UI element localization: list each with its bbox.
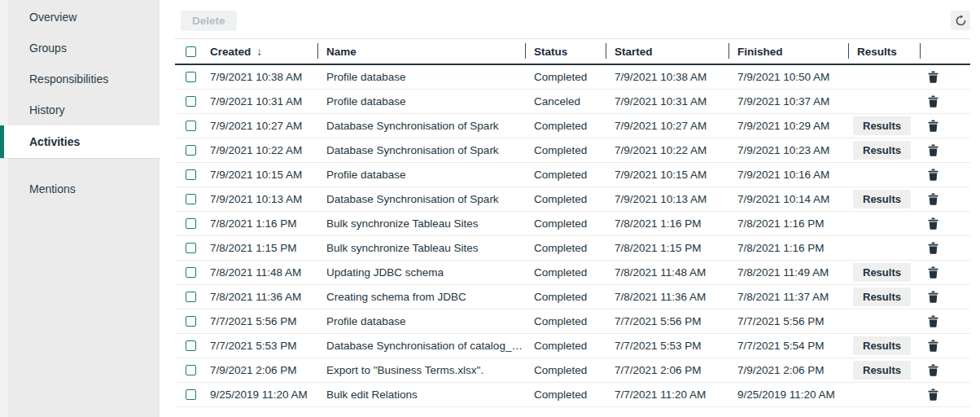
results-button[interactable]: Results: [853, 141, 911, 160]
sidebar-item-overview[interactable]: Overview: [0, 2, 160, 33]
results-cell: Results: [848, 288, 920, 306]
select-all-checkbox[interactable]: [186, 46, 196, 57]
name-cell: Updating JDBC schema: [317, 266, 525, 279]
row-actions-cell: [920, 216, 970, 231]
table-body: 7/9/2021 10:38 AMProfile databaseComplet…: [175, 65, 970, 407]
trash-icon: [928, 291, 938, 303]
started-cell: 7/9/2021 10:27 AM: [606, 120, 728, 132]
delete-row-button[interactable]: [925, 143, 942, 158]
select-all-cell: [175, 39, 203, 64]
started-cell: 7/7/2021 11:20 AM: [606, 388, 728, 401]
started-cell: 7/8/2021 1:15 PM: [606, 242, 728, 254]
results-cell: Results: [848, 116, 920, 135]
row-checkbox[interactable]: [186, 365, 196, 375]
sidebar-item-groups[interactable]: Groups: [0, 33, 160, 64]
table-row: 7/9/2021 10:27 AMDatabase Synchronisatio…: [175, 114, 970, 138]
row-checkbox[interactable]: [186, 145, 196, 156]
created-cell: 7/8/2021 11:36 AM: [203, 291, 317, 303]
results-cell: Results: [848, 263, 920, 282]
started-cell: 7/7/2021 5:56 PM: [606, 315, 728, 327]
name-cell: Database Synchronisation of Spark: [317, 193, 525, 205]
results-button[interactable]: Results: [853, 263, 911, 282]
finished-cell: 7/7/2021 5:56 PM: [728, 315, 848, 327]
sidebar-item-mentions[interactable]: Mentions: [0, 173, 160, 204]
status-cell: Canceled: [525, 95, 606, 108]
trash-icon: [928, 120, 938, 132]
started-cell: 7/7/2021 5:53 PM: [606, 340, 728, 352]
delete-row-button[interactable]: [925, 314, 942, 329]
results-button[interactable]: Results: [853, 116, 911, 135]
column-header-status[interactable]: Status: [525, 39, 606, 64]
created-cell: 7/9/2021 10:27 AM: [203, 120, 317, 132]
results-button[interactable]: Results: [853, 336, 911, 355]
row-actions-cell: [920, 167, 970, 182]
row-checkbox[interactable]: [186, 194, 196, 204]
row-actions-cell: [920, 362, 970, 378]
row-checkbox-cell: [175, 340, 203, 351]
created-cell: 7/7/2021 5:56 PM: [203, 315, 317, 327]
created-cell: 7/9/2021 10:22 AM: [203, 144, 317, 156]
column-header-results[interactable]: Results: [848, 39, 920, 64]
delete-row-button[interactable]: [925, 362, 942, 378]
delete-row-button[interactable]: [925, 191, 942, 207]
sidebar-item-activities[interactable]: Activities: [0, 125, 160, 158]
sidebar-item-history[interactable]: History: [0, 94, 160, 125]
row-checkbox[interactable]: [186, 292, 196, 302]
table-row: 7/7/2021 5:56 PMProfile databaseComplete…: [175, 309, 970, 334]
delete-row-button[interactable]: [925, 387, 942, 402]
finished-cell: 7/8/2021 1:16 PM: [728, 242, 848, 254]
status-cell: Completed: [525, 266, 606, 279]
row-checkbox[interactable]: [186, 316, 196, 327]
created-cell: 7/9/2021 2:06 PM: [203, 364, 317, 376]
row-actions-cell: [920, 289, 970, 305]
delete-row-button[interactable]: [925, 94, 942, 109]
delete-row-button[interactable]: [925, 289, 942, 305]
delete-row-button[interactable]: [925, 265, 942, 280]
row-checkbox-cell: [175, 316, 203, 327]
results-cell: Results: [848, 336, 920, 355]
delete-row-button[interactable]: [925, 69, 942, 85]
row-checkbox[interactable]: [186, 218, 196, 229]
column-header-created[interactable]: Created ↓: [203, 39, 317, 64]
delete-row-button[interactable]: [925, 240, 942, 256]
finished-cell: 7/7/2021 5:54 PM: [728, 340, 848, 352]
column-header-name[interactable]: Name: [317, 39, 525, 64]
activities-table: Created ↓ Name Status Started Finished R…: [175, 38, 970, 407]
row-checkbox[interactable]: [186, 389, 196, 400]
sidebar-item-responsibilities[interactable]: Responsibilities: [0, 64, 160, 94]
delete-row-button[interactable]: [925, 118, 942, 134]
row-checkbox[interactable]: [186, 267, 196, 278]
status-cell: Completed: [525, 120, 606, 132]
row-checkbox[interactable]: [186, 121, 196, 131]
results-button[interactable]: Results: [853, 361, 911, 380]
started-cell: 7/7/2021 2:06 PM: [606, 364, 728, 376]
finished-cell: 7/8/2021 11:37 AM: [728, 291, 848, 303]
row-checkbox[interactable]: [186, 340, 196, 351]
row-checkbox[interactable]: [186, 96, 196, 107]
row-checkbox[interactable]: [186, 169, 196, 180]
results-cell: Results: [848, 141, 920, 160]
finished-cell: 7/9/2021 10:50 AM: [728, 71, 848, 83]
results-button[interactable]: Results: [853, 190, 911, 208]
main-content: Delete Created ↓ Name Status Started Fin…: [160, 0, 980, 417]
column-header-started[interactable]: Started: [606, 39, 728, 64]
row-checkbox[interactable]: [186, 72, 196, 82]
started-cell: 7/8/2021 1:16 PM: [606, 217, 728, 230]
delete-button[interactable]: Delete: [181, 11, 237, 31]
delete-row-button[interactable]: [925, 338, 942, 353]
trash-icon: [928, 266, 938, 279]
column-header-finished[interactable]: Finished: [728, 39, 848, 64]
row-checkbox-cell: [175, 365, 203, 375]
started-cell: 7/9/2021 10:13 AM: [606, 193, 728, 205]
delete-row-button[interactable]: [925, 167, 942, 182]
table-row: 7/8/2021 11:36 AMCreating schema from JD…: [175, 285, 970, 309]
delete-row-button[interactable]: [925, 216, 942, 231]
results-button[interactable]: Results: [853, 288, 911, 306]
finished-cell: 7/9/2021 10:16 AM: [728, 169, 848, 181]
results-cell: Results: [848, 190, 920, 208]
row-actions-cell: [920, 143, 970, 158]
refresh-button[interactable]: [951, 11, 970, 30]
row-checkbox[interactable]: [186, 243, 196, 253]
row-actions-cell: [920, 265, 970, 280]
trash-icon: [928, 364, 938, 376]
